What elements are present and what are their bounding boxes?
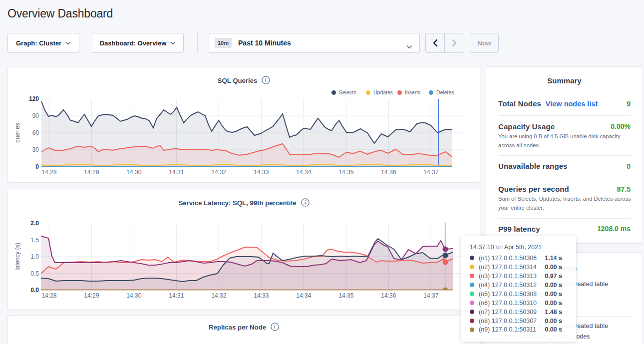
svg-text:60: 60 xyxy=(32,129,39,136)
svg-text:14:35: 14:35 xyxy=(338,169,353,176)
svg-text:2.0: 2.0 xyxy=(30,220,39,227)
svg-text:0.5: 0.5 xyxy=(30,270,39,277)
svg-text:14:34: 14:34 xyxy=(296,169,311,176)
svg-text:14:28: 14:28 xyxy=(41,169,56,176)
svg-text:120: 120 xyxy=(29,95,39,102)
svg-text:queries: queries xyxy=(14,123,21,142)
svg-text:14:36: 14:36 xyxy=(381,169,396,176)
svg-text:latency (s): latency (s) xyxy=(14,243,21,270)
svg-text:14:31: 14:31 xyxy=(169,292,184,299)
svg-text:14:32: 14:32 xyxy=(211,169,226,176)
svg-text:14:29: 14:29 xyxy=(84,292,99,299)
svg-text:14:28: 14:28 xyxy=(41,292,56,299)
svg-text:14:29: 14:29 xyxy=(84,169,99,176)
svg-text:14:30: 14:30 xyxy=(126,292,141,299)
svg-text:14:35: 14:35 xyxy=(338,292,353,299)
svg-text:14:37: 14:37 xyxy=(423,169,438,176)
svg-text:14:31: 14:31 xyxy=(169,169,184,176)
svg-text:0: 0 xyxy=(35,163,39,170)
svg-text:1.5: 1.5 xyxy=(30,237,39,244)
svg-text:14:37: 14:37 xyxy=(423,292,438,299)
svg-text:14:33: 14:33 xyxy=(254,292,269,299)
svg-text:90: 90 xyxy=(32,112,39,119)
svg-text:30: 30 xyxy=(32,146,39,153)
svg-text:14:30: 14:30 xyxy=(126,169,141,176)
svg-text:14:34: 14:34 xyxy=(296,292,311,299)
svg-text:14:33: 14:33 xyxy=(254,169,269,176)
svg-text:14:36: 14:36 xyxy=(381,292,396,299)
svg-text:0.0: 0.0 xyxy=(30,287,39,294)
svg-text:14:32: 14:32 xyxy=(211,292,226,299)
svg-text:1.0: 1.0 xyxy=(30,253,39,260)
